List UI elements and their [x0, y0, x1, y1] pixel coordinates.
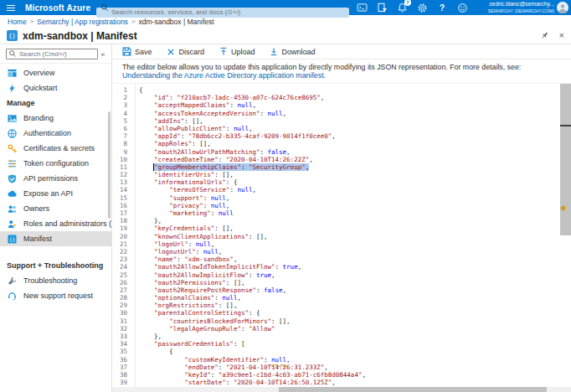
code-token: null	[211, 202, 226, 209]
sidebar-item-overview[interactable]: Overview	[0, 65, 111, 80]
breadcrumb-item-semarchy-app-registrations[interactable]: Semarchy | App registrations	[37, 18, 128, 26]
notifications-bell-icon[interactable]: 7	[396, 2, 408, 13]
sidebar-scrollbar[interactable]	[108, 111, 111, 219]
sidebar-collapse-button[interactable]: «	[98, 50, 108, 59]
line-content[interactable]: "groupMembershipClaims": "SecurityGroup"…	[127, 163, 309, 171]
feedback-smiley-icon[interactable]	[456, 2, 468, 13]
sidebar-search-input[interactable]	[6, 49, 98, 59]
hamburger-menu-icon[interactable]	[0, 0, 22, 15]
help-icon[interactable]: ?	[436, 2, 448, 13]
manifest-docs-link[interactable]: Understanding the Azure Active Directory…	[122, 71, 326, 80]
horizontal-scrollbar-thumb[interactable]	[279, 387, 547, 392]
pin-icon[interactable]	[540, 31, 549, 40]
notification-count-badge: 7	[404, 0, 411, 6]
sidebar-item-expose-an-api[interactable]: Expose an API	[0, 186, 111, 201]
breadcrumb-item-home[interactable]: Home	[8, 18, 27, 26]
line-content[interactable]: "privacy": null,	[127, 202, 229, 209]
download-button[interactable]: Download	[270, 47, 316, 56]
line-content[interactable]: "accessTokenAcceptedVersion": null,	[127, 110, 286, 117]
sidebar-item-owners[interactable]: Owners	[0, 201, 111, 216]
overview-ruler-selection-marker	[560, 125, 571, 126]
line-content[interactable]: "parentalControlSettings": {	[127, 309, 260, 317]
settings-gear-icon[interactable]	[416, 2, 428, 13]
line-content[interactable]: "keyCredentials": [],	[127, 224, 234, 232]
line-content[interactable]: "customKeyIdentifier": null,	[127, 356, 291, 364]
line-content[interactable]: "knownClientApplications": [],	[127, 233, 268, 240]
line-content[interactable]: "support": null,	[127, 194, 229, 202]
editor-horizontal-scrollbar[interactable]	[112, 387, 571, 392]
line-content[interactable]: "allowPublicClient": null,	[127, 125, 252, 132]
sidebar-item-new-support-request[interactable]: New support request	[0, 288, 111, 303]
line-content[interactable]: "appRoles": [],	[127, 140, 211, 147]
line-content[interactable]: "createdDateTime": "2020-04-10T14:26:22Z…	[127, 156, 313, 163]
line-content[interactable]: "keyId": "a39c9ee1-c1bd-4c03-ab71-c6fb8d…	[127, 371, 366, 379]
global-search-input[interactable]	[96, 8, 349, 18]
line-content[interactable]: },	[127, 217, 162, 224]
code-token	[139, 156, 154, 163]
sidebar-item-quickstart[interactable]: Quickstart	[0, 80, 111, 95]
line-number: 27	[112, 286, 127, 294]
close-icon[interactable]: ×	[559, 31, 564, 40]
code-token: "countriesBlockedForMinors"	[169, 317, 271, 325]
code-token	[139, 371, 184, 379]
line-content[interactable]: "oauth2Permissions": [],	[127, 279, 244, 286]
breadcrumb-item-xdm-sandbox-manifest: xdm-sandbox | Manifest	[139, 18, 214, 26]
vertical-scrollbar-thumb[interactable]	[560, 84, 571, 235]
brand-title: Microsoft Azure	[25, 3, 90, 13]
global-search[interactable]	[96, 3, 349, 13]
line-content[interactable]: "addIns": [],	[127, 117, 203, 125]
line-content[interactable]: "logoUrl": null,	[127, 240, 214, 248]
line-content[interactable]: "endDate": "2021-04-10T14:26:31.233Z",	[127, 364, 328, 371]
line-number: 22	[112, 248, 127, 255]
account-menu[interactable]: cedric.blanc@semarchy... SEMARCHY (SEMAR…	[488, 1, 554, 14]
line-content[interactable]: "oauth2AllowIdTokenImplicitFlow": true,	[127, 263, 301, 271]
line-content[interactable]: "oauth2RequirePostResponse": false,	[127, 286, 286, 294]
code-token: "f210acb7-1adc-4530-a07c-624c76ce8695"	[177, 94, 321, 101]
code-token: "orgRestrictions"	[154, 302, 219, 309]
line-content[interactable]: "orgRestrictions": [],	[127, 302, 237, 309]
line-content[interactable]: "legalAgeGroupRule": "Allow"	[127, 325, 275, 333]
editor-line: 29 "orgRestrictions": [],	[112, 302, 560, 309]
directory-filter-icon[interactable]	[376, 2, 388, 13]
line-content[interactable]: "marketing": null	[127, 209, 234, 217]
line-content[interactable]: "termsOfService": null,	[127, 186, 256, 193]
line-content[interactable]: "countriesBlockedForMinors": [],	[127, 317, 291, 325]
line-content[interactable]: "id": "f210acb7-1adc-4530-a07c-624c76ce8…	[127, 94, 324, 101]
line-content[interactable]: "identifierUris": [],	[127, 171, 234, 178]
sidebar-item-manifest[interactable]: {}Manifest	[0, 231, 111, 246]
json-editor[interactable]: 1{2 "id": "f210acb7-1adc-4530-a07c-624c7…	[112, 83, 571, 392]
line-content[interactable]: "logoutUrl": null,	[127, 248, 222, 255]
sidebar-item-branding[interactable]: Branding	[0, 111, 111, 126]
sidebar-item-authentication[interactable]: Authentication	[0, 126, 111, 141]
line-content[interactable]: "optionalClaims": null,	[127, 294, 241, 302]
line-content[interactable]: "appId": "78db6cc2-b335-4caf-9209-9014f1…	[127, 132, 336, 140]
line-content[interactable]: "acceptMappedClaims": null,	[127, 101, 256, 109]
editor-line: 34 "passwordCredentials": [	[112, 340, 560, 348]
line-content[interactable]: {	[127, 86, 143, 94]
line-content[interactable]: "oauth2AllowImplicitFlow": true,	[127, 271, 275, 279]
editor-vertical-scrollbar[interactable]	[560, 84, 571, 392]
line-content[interactable]: "name": "xdm-sandbox",	[127, 255, 237, 263]
sidebar-item-api-permissions[interactable]: API permissions	[0, 171, 111, 186]
line-content[interactable]: "startDate": "2020-04-10T14:26:50.125Z",	[127, 379, 336, 386]
editor-line: 20 "knownClientApplications": [],	[112, 233, 560, 240]
cloud-shell-icon[interactable]	[356, 2, 368, 13]
token-icon	[8, 159, 17, 168]
avatar[interactable]	[557, 2, 568, 13]
line-content[interactable]: "informationalUrls": {	[127, 178, 237, 186]
sidebar-item-certificates-secrets[interactable]: Certificates & secrets	[0, 141, 111, 156]
save-button[interactable]: Save	[122, 47, 152, 56]
code-token: false	[264, 286, 283, 294]
line-content[interactable]: "oauth2AllowUrlPathMatching": false,	[127, 148, 291, 156]
line-number: 31	[112, 317, 127, 325]
code-token: ,	[309, 156, 313, 163]
sidebar-item-roles-and-administrators-previ[interactable]: Roles and administrators (Previ...	[0, 216, 111, 231]
line-content[interactable]: "passwordCredentials": [	[127, 340, 244, 348]
upload-button[interactable]: Upload	[219, 47, 255, 56]
sidebar-item-token-configuration[interactable]: Token configuration	[0, 156, 111, 171]
discard-button[interactable]: Discard	[167, 47, 205, 56]
sidebar-item-troubleshooting[interactable]: Troubleshooting	[0, 273, 111, 288]
editor-line: 31 "countriesBlockedForMinors": [],	[112, 317, 560, 325]
line-content[interactable]: {	[127, 348, 173, 355]
line-content[interactable]: },	[127, 333, 162, 340]
